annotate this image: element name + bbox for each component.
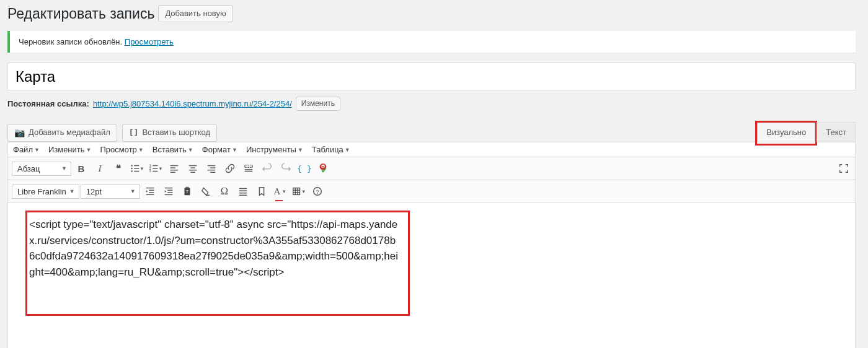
link-button[interactable] [221,160,239,177]
chevron-down-icon: ▼ [140,166,144,172]
font-family-select[interactable]: Libre Franklin ▼ [12,185,79,199]
align-right-button[interactable] [203,160,220,177]
add-media-label: Добавить медиафайл [29,127,110,138]
bookmark-button[interactable] [253,183,270,200]
svg-rect-45 [293,188,299,195]
bold-button[interactable]: B [73,160,90,177]
editor-toolbar-1: Абзац ▼ B I ❝ ▼ 123 ▼ { } [7,157,856,180]
chevron-down-icon: ▼ [301,189,306,194]
svg-point-2 [131,168,133,170]
svg-text:3: 3 [149,169,151,173]
permalink-label: Постоянная ссылка: [7,99,89,108]
permalink-edit-button[interactable]: Изменить [296,97,340,111]
menu-формат[interactable]: Формат ▼ [202,145,237,154]
svg-point-28 [322,166,324,168]
chevron-down-icon: ▼ [158,166,163,172]
highlight-content [25,211,410,316]
chevron-down-icon: ▼ [34,147,40,153]
chevron-down-icon: ▼ [281,189,286,194]
camera-icon: 📷 [14,127,25,139]
paste-button[interactable]: T [179,183,196,200]
menu-файл[interactable]: Файл ▼ [13,145,40,154]
add-media-button[interactable]: 📷 Добавить медиафайл [7,124,117,142]
brackets-icon: [] [129,127,139,138]
format-select[interactable]: Абзац ▼ [12,162,71,176]
menu-просмотр[interactable]: Просмотр ▼ [100,145,143,154]
help-button[interactable]: ? [309,183,326,200]
chevron-down-icon: ▼ [232,147,237,153]
menu-изменить[interactable]: Изменить ▼ [48,145,92,154]
tab-text[interactable]: Текст [817,122,856,142]
bullet-list-button[interactable]: ▼ [128,160,146,177]
menu-таблица[interactable]: Таблица ▼ [312,145,350,154]
page-title: Редактировать запись [7,6,154,22]
chevron-down-icon: ▼ [69,188,75,194]
number-list-button[interactable]: 123 ▼ [147,160,164,177]
chevron-down-icon: ▼ [86,147,92,153]
align-center-button[interactable] [184,160,202,177]
format-select-label: Абзац [17,164,40,173]
outdent-button[interactable] [141,183,159,200]
svg-rect-24 [245,165,253,168]
table-button[interactable]: ▼ [290,183,308,200]
italic-button[interactable]: I [91,160,108,177]
tab-text-label: Текст [826,128,846,137]
color-swatch [275,200,283,201]
chevron-down-icon: ▼ [61,165,67,172]
clear-format-button[interactable] [197,183,215,200]
menu-инструменты[interactable]: Инструменты ▼ [246,145,303,154]
notice-view-link[interactable]: Просмотреть [125,37,174,46]
notice-text: Черновик записи обновлён. [19,37,122,46]
special-char-button[interactable]: Ω [216,183,233,200]
undo-button[interactable] [259,160,276,177]
chevron-down-icon: ▼ [345,147,350,153]
tab-visual-label: Визуально [766,128,806,137]
justify-button[interactable] [234,183,252,200]
add-new-button[interactable]: Добавить новую [158,5,232,22]
font-size-select[interactable]: 12pt ▼ [81,185,140,199]
indent-button[interactable] [160,183,177,200]
chevron-down-icon: ▼ [188,147,193,153]
insert-shortcode-label: Вставить шорткод [142,127,210,138]
notice-success: Черновик записи обновлён. Просмотреть [7,31,856,53]
editor-content-area[interactable]: <script type="text/javascript" charset="… [7,203,856,348]
spellcheck-button[interactable] [314,160,332,177]
svg-point-4 [131,170,133,172]
redo-button[interactable] [277,160,294,177]
more-button[interactable] [240,160,257,177]
chevron-down-icon: ▼ [138,147,144,153]
editor-toolbar-2: Libre Franklin ▼ 12pt ▼ T Ω A ▼ ▼ [7,180,856,203]
font-family-label: Libre Franklin [17,187,66,196]
insert-shortcode-button[interactable]: [] Вставить шорткод [122,124,217,142]
blockquote-button[interactable]: ❝ [110,160,127,177]
chevron-down-icon: ▼ [298,147,303,153]
svg-text:T: T [186,189,189,194]
svg-point-0 [131,165,133,167]
chevron-down-icon: ▼ [130,188,136,194]
menu-вставить[interactable]: Вставить ▼ [153,145,193,154]
fullscreen-button[interactable] [835,160,852,177]
insert-template-button[interactable]: { } [296,160,313,177]
align-left-button[interactable] [166,160,183,177]
text-color-button[interactable]: A ▼ [272,183,289,200]
permalink-url[interactable]: http://wp5.j807534.140l6.spectrum.myjino… [93,99,292,108]
post-title-input[interactable] [7,63,856,90]
editor-menubar: Файл ▼Изменить ▼Просмотр ▼Вставить ▼Форм… [7,142,856,157]
font-size-label: 12pt [86,187,102,196]
svg-text:?: ? [316,189,319,195]
tab-visual[interactable]: Визуально [757,122,815,142]
